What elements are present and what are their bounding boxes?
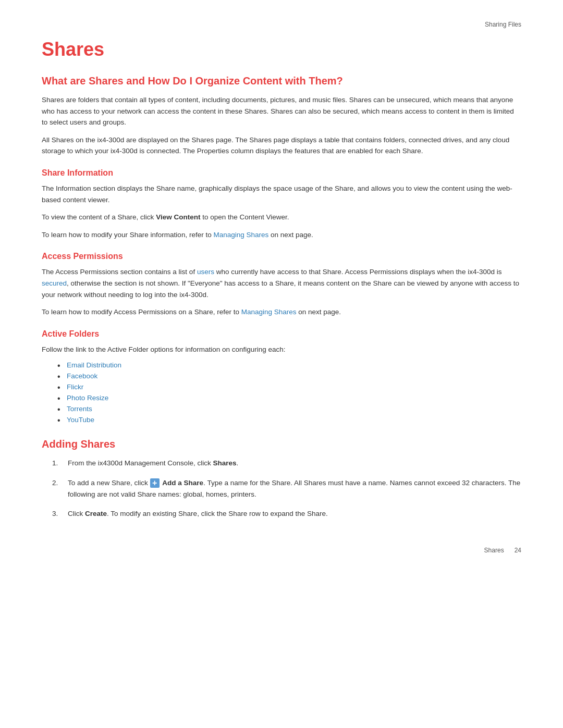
access-permissions-title: Access Permissions [42,252,521,261]
list-item: Flickr [57,383,521,391]
access-permissions-para1: The Access Permissions section contains … [42,266,521,300]
list-item: To add a new Share, click Add a Share. T… [52,477,521,500]
secured-link[interactable]: secured [42,279,67,287]
share-information-para2: To view the content of a Share, click Vi… [42,212,521,223]
list-item: From the ix4300d Management Console, cli… [52,458,521,469]
access-permissions-para2: To learn how to modify Access Permission… [42,306,521,318]
share-information-para1: The Information section displays the Sha… [42,183,521,205]
torrents-link[interactable]: Torrents [67,405,92,413]
footer-page-number: 24 [515,547,521,554]
section-what-are-shares-title: What are Shares and How Do I Organize Co… [42,75,521,87]
footer-label: Shares [484,547,504,554]
adding-shares-title: Adding Shares [42,438,521,450]
list-item: Facebook [57,372,521,380]
what-are-shares-para1: Shares are folders that contain all type… [42,94,521,128]
photo-resize-link[interactable]: Photo Resize [67,394,108,402]
share-information-para3: To learn how to modify your Share inform… [42,229,521,241]
list-item: Photo Resize [57,394,521,402]
youtube-link[interactable]: YouTube [67,416,94,424]
list-item: Torrents [57,405,521,413]
list-item: Click Create. To modify an existing Shar… [52,508,521,520]
active-folders-list: Email Distribution Facebook Flickr Photo… [57,361,521,424]
page-title: Shares [42,39,521,60]
managing-shares-link-1[interactable]: Managing Shares [213,231,268,239]
email-distribution-link[interactable]: Email Distribution [67,361,121,369]
users-link[interactable]: users [197,268,214,276]
adding-shares-steps: From the ix4300d Management Console, cli… [52,458,521,519]
managing-shares-link-2[interactable]: Managing Shares [241,308,297,316]
share-information-title: Share Information [42,168,521,178]
what-are-shares-para2: All Shares on the ix4-300d are displayed… [42,134,521,157]
breadcrumb: Sharing Files [42,21,521,28]
list-item: YouTube [57,416,521,424]
list-item: Email Distribution [57,361,521,369]
active-folders-intro: Follow the link to the Active Folder opt… [42,344,521,355]
page-footer: Shares 24 [484,547,521,554]
active-folders-title: Active Folders [42,329,521,339]
facebook-link[interactable]: Facebook [67,372,97,380]
add-share-icon [150,478,160,488]
flickr-link[interactable]: Flickr [67,383,83,391]
